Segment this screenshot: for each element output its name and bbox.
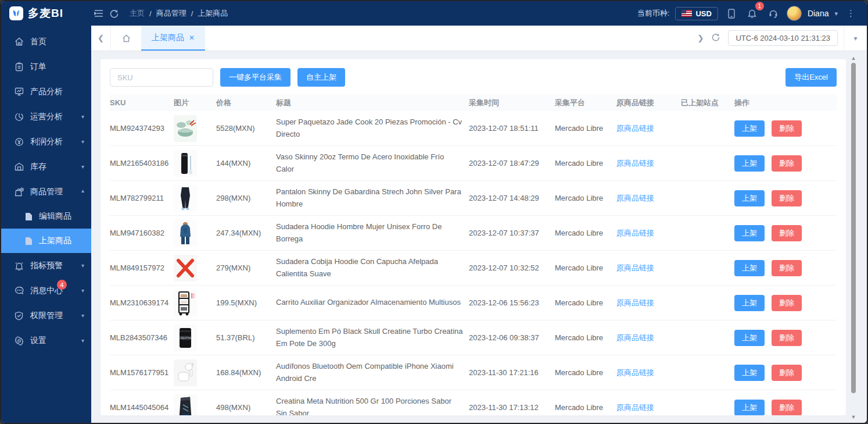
sidebar-item-alert-bell[interactable]: 指标预警 ▾ [1, 253, 91, 278]
list-product-button[interactable]: 上架 [734, 120, 765, 137]
chevron-down-icon: ▾ [81, 262, 84, 269]
list-product-button[interactable]: 上架 [734, 365, 765, 381]
cell-image[interactable] [174, 181, 216, 215]
sidebar-item-operation-analysis[interactable]: 运营分析 ▾ [1, 104, 91, 129]
user-avatar[interactable] [787, 6, 802, 21]
cell-image[interactable] [174, 251, 216, 285]
source-product-link[interactable]: 原商品链接 [616, 298, 654, 307]
export-excel-button[interactable]: 导出Excel [785, 68, 837, 87]
delete-product-button[interactable]: 删除 [772, 225, 802, 241]
sidebar-collapse-icon[interactable] [91, 6, 106, 21]
panel-collapse-chevron-icon[interactable]: ▾ [844, 26, 867, 51]
tab-scroll-left-icon[interactable]: ❮ [91, 26, 111, 51]
source-product-link[interactable]: 原商品链接 [616, 403, 654, 412]
document-icon [24, 212, 33, 221]
table-row: MLM2310639174 199.5(MXN) Carrito Auxilia… [110, 286, 837, 320]
sidebar-item-profit-analysis[interactable]: 利润分析 ▾ [1, 129, 91, 154]
cell-title: Suplemento Em Pó Black Skull Creatine Tu… [276, 322, 469, 354]
message-count-badge: 4 [57, 280, 67, 290]
cell-platform: Mercado Libre [555, 330, 616, 345]
cell-platform: Mercado Libre [555, 365, 616, 380]
delete-product-button[interactable]: 删除 [772, 120, 802, 137]
cell-title: Vaso Skinny 20oz Termo De Acero Inoxidab… [276, 148, 469, 179]
list-product-button[interactable]: 上架 [734, 225, 765, 241]
scrollbar-down-arrow-icon[interactable]: ▼ [849, 414, 858, 421]
cell-image[interactable] [174, 356, 216, 390]
sku-search-input[interactable] [110, 68, 213, 87]
list-product-button[interactable]: 上架 [734, 295, 765, 311]
sidebar-item-settings[interactable]: 设置 ▾ [1, 328, 91, 353]
sidebar-nav: 首页 ▾ 订单 ▾ 产品分析 ▾ 运营分析 ▾ [1, 26, 91, 424]
sidebar-item-message[interactable]: 消息中心 ▾ 4 [1, 278, 91, 303]
sidebar-item-order[interactable]: 订单 ▾ [1, 54, 91, 79]
delete-product-button[interactable]: 删除 [772, 365, 802, 381]
delete-product-button[interactable]: 删除 [772, 190, 802, 206]
page-content: 一键多平台采集 自主上架 导出Excel SKU 图片 价格 标题 采集时间 采… [91, 51, 867, 424]
cell-actions: 上架 删除 [734, 326, 842, 350]
cell-image[interactable] [174, 147, 216, 180]
mobile-app-icon[interactable] [724, 6, 739, 21]
list-product-button[interactable]: 上架 [734, 155, 765, 172]
breadcrumb-home[interactable]: 主页 [130, 8, 145, 19]
cell-actions: 上架 删除 [734, 256, 842, 280]
delete-product-button[interactable]: 删除 [772, 155, 802, 172]
list-product-button[interactable]: 上架 [734, 330, 765, 346]
sidebar-subitem-edit-products[interactable]: 编辑商品 [1, 204, 91, 229]
user-menu-chevron-icon[interactable]: ▾ [834, 10, 838, 17]
scrollbar-up-arrow-icon[interactable]: ▲ [849, 55, 858, 62]
cell-collect-time: 2023-12-07 10:32:52 [469, 260, 555, 276]
logo-text: 多麦BI [28, 6, 63, 21]
delete-product-button[interactable]: 删除 [772, 330, 802, 346]
table-row: MLM849157972 279(MXN) Sudadera Cobija Ho… [110, 251, 837, 286]
sidebar-item-permission[interactable]: 权限管理 ▾ [1, 303, 91, 328]
source-product-link[interactable]: 原商品链接 [616, 159, 654, 168]
product-image-earbuds [174, 359, 197, 386]
tab-close-icon[interactable]: ✕ [189, 34, 195, 42]
list-product-button[interactable]: 上架 [734, 400, 765, 416]
tab-home-icon[interactable] [111, 26, 141, 51]
sidebar-item-home[interactable]: 首页 ▾ [1, 29, 91, 54]
tab-refresh-icon[interactable] [712, 33, 720, 44]
self-list-button[interactable]: 自主上架 [297, 68, 345, 87]
tabbar-controls: ❯ UTC-6 2024-03-10 21:31:23 [697, 30, 844, 46]
sidebar-subitem-listed-products[interactable]: 上架商品 [1, 229, 91, 253]
sidebar-item-product-management[interactable]: 商品管理 ▾ [1, 179, 91, 204]
refresh-icon[interactable] [106, 6, 121, 21]
source-product-link[interactable]: 原商品链接 [616, 194, 654, 202]
currency-selector[interactable]: USD [675, 7, 718, 20]
more-options-icon[interactable]: ⋮ [844, 6, 859, 21]
source-product-link[interactable]: 原商品链接 [616, 229, 654, 237]
delete-product-button[interactable]: 删除 [772, 295, 802, 311]
list-product-button[interactable]: 上架 [734, 190, 765, 206]
breadcrumb-product-management[interactable]: 商品管理 [156, 8, 186, 19]
sidebar-item-product-analysis[interactable]: 产品分析 ▾ [1, 79, 91, 104]
cell-image[interactable] [174, 216, 216, 250]
cell-title: Sudadera Cobija Hoodie Con Capucha Afelp… [276, 252, 469, 284]
notification-bell-icon[interactable]: 1 [745, 6, 760, 21]
vertical-scrollbar[interactable]: ▲ ▼ [849, 55, 858, 421]
delete-product-button[interactable]: 删除 [772, 400, 802, 416]
cell-listed-sites [681, 230, 734, 237]
source-product-link[interactable]: 原商品链接 [616, 263, 654, 272]
cell-image[interactable] [174, 391, 216, 416]
multi-platform-collect-button[interactable]: 一键多平台采集 [220, 68, 290, 87]
tab-scroll-right-icon[interactable]: ❯ [697, 34, 704, 42]
order-icon [14, 62, 24, 72]
cell-image[interactable] [174, 286, 216, 320]
scrollbar-thumb[interactable] [851, 63, 856, 393]
sidebar-item-inventory[interactable]: 库存 ▾ [1, 154, 91, 179]
support-headset-icon[interactable] [766, 6, 781, 21]
tab-listed-products[interactable]: 上架商品 ✕ [141, 26, 205, 51]
cell-sku: MLM2165403186 [110, 155, 174, 171]
cell-image[interactable] [174, 112, 216, 145]
table-row: MLM1445045064 498(MXN) Creatina Meta Nut… [110, 390, 837, 415]
source-product-link[interactable]: 原商品链接 [616, 368, 654, 377]
list-product-button[interactable]: 上架 [734, 260, 765, 276]
cell-title: Audífonos Bluetooth Oem Compatible iPhon… [276, 357, 469, 389]
delete-product-button[interactable]: 删除 [772, 260, 802, 276]
timezone-clock[interactable]: UTC-6 2024-03-10 21:31:23 [728, 30, 838, 46]
source-product-link[interactable]: 原商品链接 [616, 333, 654, 342]
source-product-link[interactable]: 原商品链接 [616, 124, 654, 133]
cell-image[interactable]: CREATINE [174, 321, 216, 355]
inventory-icon [14, 162, 24, 172]
